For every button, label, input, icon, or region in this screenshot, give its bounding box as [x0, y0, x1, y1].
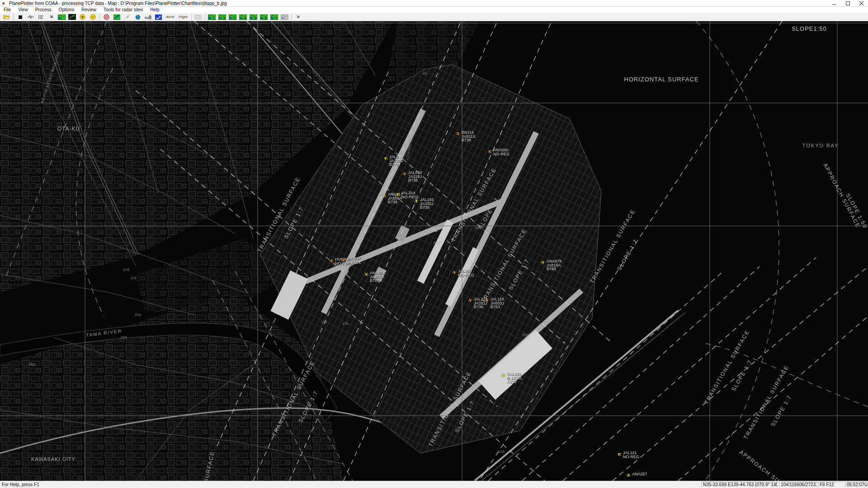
elevation-figure: 220	[121, 335, 127, 339]
map-label: KAWASAKI CITY	[31, 456, 75, 462]
toolbar-separator	[13, 14, 14, 20]
map-label: HORIZONTAL SURFACE	[624, 76, 698, 83]
menu-help[interactable]: Help	[146, 7, 163, 13]
tools-button[interactable]	[123, 14, 132, 21]
flight-list-button[interactable]: Flight	[177, 14, 189, 21]
sharing-key-button[interactable]	[112, 14, 122, 21]
open-file-button[interactable]	[2, 14, 11, 21]
menu-bar: FileViewProcessOptionsReviewTools for ra…	[0, 7, 868, 13]
elevation-figure: 43	[423, 71, 427, 75]
aircraft-label: JAL165JA335JB738	[420, 198, 434, 210]
map-preset-5-button[interactable]: 5	[249, 14, 258, 21]
signal-trace-button[interactable]	[26, 14, 35, 21]
map-chart-graphics	[0, 21, 868, 481]
aircraft-label: ANA257	[632, 472, 647, 476]
map-preset-7-button[interactable]: 7	[269, 14, 279, 21]
aircraft-label: JAL610JA329JB738	[408, 171, 422, 183]
zoom-out-button[interactable]	[88, 14, 98, 21]
map-locate-button[interactable]: Map	[143, 14, 153, 21]
map-preset-1-button[interactable]: 1	[207, 14, 217, 21]
aircraft-label: JAL118JA603JB763	[491, 297, 504, 309]
status-position: N35-33.699 E139-44.763 (079.9° 140.8nm)	[701, 482, 778, 488]
elevation-figure: 175	[342, 322, 348, 326]
planeplotter-window: ✈ PlanePlotter from COAA - processing TC…	[0, 0, 868, 488]
radar-view-button[interactable]	[67, 14, 77, 21]
aircraft-label: ANA864JA879AB789	[370, 271, 385, 283]
toolbar-separator	[99, 14, 100, 20]
elevation-figure: 268	[29, 362, 35, 366]
map-preset-4-button[interactable]: 4	[238, 14, 248, 21]
status-counts: 104/116606/27233	[779, 482, 817, 488]
aircraft-icon: ✈	[540, 260, 546, 265]
elevation-figure: 123	[498, 450, 504, 454]
map-preset-2-button[interactable]: 2	[217, 14, 227, 21]
aircraft-list-button[interactable]: Aircft	[164, 14, 176, 21]
aircraft-label: ANA678JA819AB788	[547, 259, 562, 271]
elevation-figure: 263	[475, 226, 481, 230]
menu-tools-for-radar-sites[interactable]: Tools for radar sites	[100, 7, 146, 13]
menu-review[interactable]: Review	[78, 7, 100, 13]
elevation-figure: 172	[321, 320, 327, 324]
map-preset-disabled-button[interactable]	[280, 14, 289, 21]
record-button[interactable]	[102, 14, 111, 21]
status-function-keys: F9 F12	[818, 482, 844, 488]
status-help-text: For Help, press F1	[2, 482, 39, 487]
map-label: TOKYO BAY	[802, 143, 839, 148]
elevation-figure: 253	[522, 333, 528, 337]
menu-file[interactable]: File	[0, 7, 14, 13]
aircraft-label: JAL906NO-REG	[458, 269, 474, 277]
globe-button[interactable]	[133, 14, 142, 21]
map-canvas[interactable]: SLOPE1:50HORIZONTAL SURFACETOKYO BAYOTA-…	[0, 21, 868, 481]
elevation-figure: 214	[135, 313, 141, 317]
radio-button[interactable]	[193, 14, 203, 21]
toolbar-separator	[191, 14, 192, 20]
map-label: ARP	[434, 240, 442, 245]
status-bar: For Help, press F1 N35-33.699 E139-44.76…	[0, 481, 868, 488]
close-button[interactable]	[854, 0, 868, 7]
aircraft-label: SNJ16JA811XB738	[462, 131, 476, 142]
menu-options[interactable]: Options	[55, 7, 78, 13]
chart-view-button[interactable]	[57, 14, 66, 21]
minimize-button[interactable]	[827, 0, 841, 7]
aircraft-label: JAL367JA850X	[347, 257, 361, 264]
elevation-figure: 173	[123, 268, 129, 272]
map-preset-3-button[interactable]: 3	[228, 14, 237, 21]
window-title: PlanePlotter from COAA - processing TCP …	[9, 1, 227, 6]
message-list-button[interactable]	[36, 14, 46, 21]
status-utc-time: 05:52:07UTC	[845, 482, 868, 488]
map-label: OTA-KU	[57, 126, 80, 132]
aircraft-label: JAL121NO-REG	[623, 451, 639, 459]
toolbar-separator	[291, 14, 292, 20]
elevation-figure: 179	[130, 276, 136, 280]
toolbar: ✈ Map Aircft	[0, 13, 868, 21]
aircraft-label: CAL221B-18301A333	[507, 372, 522, 384]
aircraft-label: ANA566NO-REG	[493, 148, 509, 156]
aircraft-label: JAL9JA740JB77W	[389, 155, 403, 167]
toolbar-separator	[205, 14, 205, 20]
menu-view[interactable]: View	[14, 7, 32, 13]
edit-mode-button[interactable]	[154, 14, 163, 21]
aircraft-view-button[interactable]: ✈	[47, 14, 56, 21]
map-preset-6-button[interactable]: 6	[259, 14, 269, 21]
toolbar-more-button[interactable]: >	[293, 14, 303, 21]
title-bar: ✈ PlanePlotter from COAA - processing TC…	[0, 0, 868, 7]
menu-process[interactable]: Process	[32, 7, 55, 13]
maximize-button[interactable]	[841, 0, 854, 7]
stop-button[interactable]	[15, 14, 25, 21]
zoom-in-button[interactable]	[78, 14, 87, 21]
map-label: SLOPE1:50	[792, 25, 827, 32]
